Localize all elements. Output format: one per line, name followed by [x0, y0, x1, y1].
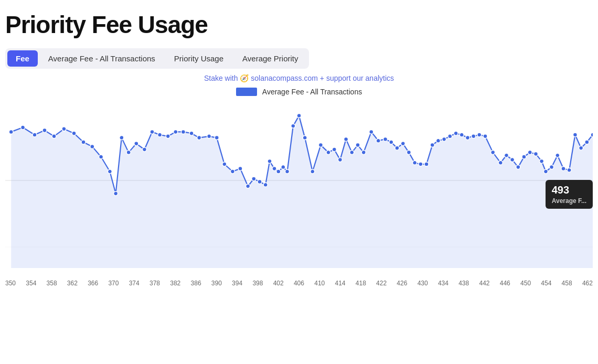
x-axis-label: 434 — [438, 280, 448, 287]
x-axis-label: 374 — [129, 280, 140, 287]
svg-point-10 — [81, 140, 86, 144]
x-axis-label: 426 — [397, 280, 407, 287]
x-axis-label: 382 — [170, 280, 180, 287]
svg-point-60 — [419, 162, 423, 166]
svg-point-39 — [285, 169, 290, 174]
x-axis-label: 422 — [376, 280, 387, 287]
svg-point-81 — [543, 169, 548, 174]
x-axis-label: 430 — [418, 280, 428, 287]
svg-point-27 — [215, 136, 219, 140]
x-axis-label: 398 — [252, 280, 263, 287]
svg-point-89 — [591, 133, 593, 137]
svg-point-4 — [21, 125, 25, 130]
svg-point-28 — [222, 162, 227, 166]
x-axis-label: 402 — [273, 280, 284, 287]
svg-point-83 — [556, 153, 560, 157]
svg-point-84 — [561, 166, 565, 170]
stake-link[interactable]: Stake with 🧭 solanacompass.com + support… — [5, 74, 593, 82]
svg-point-64 — [442, 137, 446, 141]
svg-point-12 — [99, 155, 103, 159]
svg-point-44 — [318, 143, 323, 147]
svg-point-22 — [174, 130, 178, 134]
x-axis-label: 390 — [211, 280, 222, 287]
x-axis-label: 378 — [150, 280, 160, 287]
svg-point-9 — [72, 131, 76, 135]
svg-point-49 — [350, 151, 354, 155]
x-axis-label: 458 — [562, 280, 572, 287]
svg-point-34 — [263, 183, 268, 187]
svg-point-56 — [395, 146, 399, 150]
svg-point-71 — [483, 134, 487, 138]
svg-point-58 — [407, 151, 411, 155]
svg-point-36 — [272, 166, 276, 170]
svg-point-33 — [258, 180, 262, 184]
x-axis-label: 358 — [47, 280, 57, 287]
svg-point-67 — [460, 133, 464, 137]
x-axis-label: 362 — [67, 280, 78, 287]
x-axis-label: 386 — [191, 280, 201, 287]
svg-point-19 — [150, 130, 154, 134]
svg-point-69 — [472, 134, 476, 138]
svg-point-48 — [344, 137, 348, 141]
svg-point-63 — [436, 138, 440, 143]
svg-point-78 — [528, 151, 532, 155]
x-axis-label: 442 — [479, 280, 489, 287]
svg-point-66 — [454, 131, 458, 135]
svg-point-23 — [181, 130, 185, 134]
legend-label: Average Fee - All Transactions — [262, 88, 362, 96]
svg-point-55 — [389, 140, 393, 144]
svg-point-11 — [90, 144, 94, 148]
tab-fee[interactable]: Fee — [7, 50, 38, 67]
svg-point-30 — [238, 166, 242, 170]
svg-point-86 — [573, 133, 577, 137]
svg-point-42 — [303, 136, 307, 140]
svg-point-35 — [268, 159, 272, 163]
svg-point-76 — [516, 165, 520, 169]
svg-point-15 — [120, 136, 124, 140]
svg-point-82 — [550, 165, 554, 169]
x-axis-label: 370 — [108, 280, 119, 287]
svg-point-21 — [166, 134, 170, 138]
legend-row: Average Fee - All Transactions — [5, 88, 593, 96]
svg-point-32 — [252, 177, 256, 181]
svg-point-40 — [291, 124, 295, 128]
svg-point-26 — [207, 134, 211, 138]
svg-point-38 — [281, 165, 285, 169]
svg-point-79 — [533, 152, 538, 156]
svg-point-50 — [356, 143, 360, 147]
chart-area: 3503543583623663703743783823863903943984… — [5, 100, 593, 299]
tab-avg-priority[interactable]: Average Priority — [234, 50, 306, 67]
page-container: Priority Fee Usage Fee Average Fee - All… — [0, 0, 598, 299]
svg-point-62 — [430, 143, 434, 147]
x-axis-label: 354 — [26, 280, 36, 287]
svg-point-85 — [567, 168, 571, 172]
svg-point-68 — [465, 136, 469, 140]
svg-point-20 — [158, 133, 162, 137]
tabs-row: Fee Average Fee - All Transactions Prior… — [5, 48, 309, 69]
x-axis-label: 446 — [500, 280, 510, 287]
svg-point-37 — [276, 169, 281, 174]
tab-avg-fee[interactable]: Average Fee - All Transactions — [40, 50, 164, 67]
svg-point-5 — [33, 133, 37, 137]
page-title: Priority Fee Usage — [5, 10, 593, 39]
svg-point-75 — [510, 158, 515, 162]
svg-point-45 — [326, 151, 330, 155]
svg-point-88 — [585, 140, 589, 144]
x-axis-labels: 3503543583623663703743783823863903943984… — [5, 280, 593, 287]
svg-point-6 — [42, 129, 47, 133]
x-axis-label: 394 — [232, 280, 242, 287]
svg-point-8 — [62, 127, 66, 131]
chart-svg — [5, 100, 593, 279]
svg-point-29 — [230, 169, 234, 174]
legend-color-box — [236, 88, 257, 96]
svg-point-72 — [491, 151, 495, 155]
tab-priority-usage[interactable]: Priority Usage — [166, 50, 232, 67]
svg-point-87 — [579, 146, 583, 150]
x-axis-label: 450 — [520, 280, 531, 287]
svg-point-24 — [189, 131, 194, 135]
svg-point-54 — [383, 137, 388, 141]
svg-point-51 — [361, 151, 366, 155]
svg-point-65 — [448, 134, 452, 138]
x-axis-label: 414 — [335, 280, 346, 287]
svg-point-47 — [338, 158, 342, 162]
